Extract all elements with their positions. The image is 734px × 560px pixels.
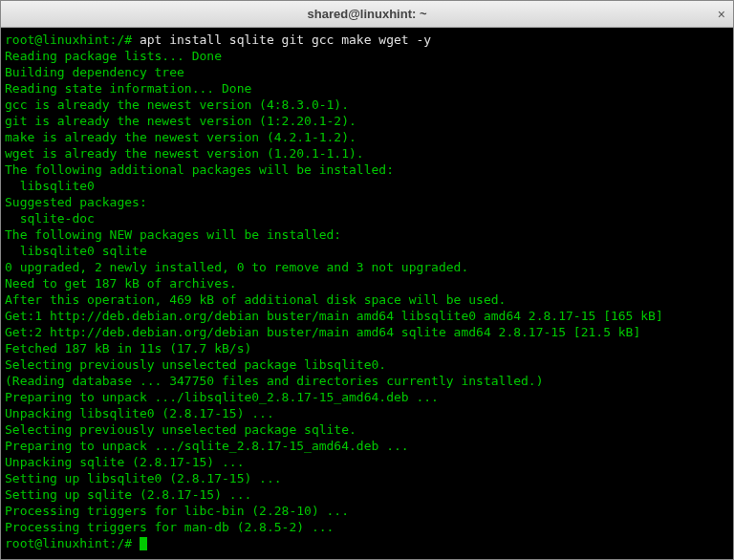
terminal-output-line: Selecting previously unselected package …: [5, 356, 729, 373]
terminal-output-line: Unpacking libsqlite0 (2.8.17-15) ...: [5, 405, 729, 421]
command-text: apt install sqlite git gcc make wget -y: [140, 32, 431, 47]
prompt-text: root@linuxhint:/#: [5, 32, 140, 47]
terminal-output-line: The following NEW packages will be insta…: [5, 226, 729, 243]
terminal-output-line: Processing triggers for man-db (2.8.5-2)…: [5, 519, 729, 535]
terminal-output-line: Get:1 http://deb.debian.org/debian buste…: [5, 308, 729, 324]
titlebar: shared@linuxhint: ~ ×: [1, 1, 733, 28]
terminal-output-line: Setting up libsqlite0 (2.8.17-15) ...: [5, 470, 729, 486]
cursor-icon: [140, 537, 147, 550]
terminal-output-line: The following additional packages will b…: [5, 162, 729, 178]
terminal-output-line: sqlite-doc: [5, 210, 729, 226]
terminal-output-line: Suggested packages:: [5, 194, 729, 210]
terminal-output-line: wget is already the newest version (1.20…: [5, 145, 729, 162]
terminal-output: Reading package lists... DoneBuilding de…: [5, 48, 729, 535]
close-icon[interactable]: ×: [718, 7, 725, 22]
terminal-output-line: Preparing to unpack .../sqlite_2.8.17-15…: [5, 438, 729, 454]
terminal-output-line: (Reading database ... 347750 files and d…: [5, 373, 729, 389]
terminal-window: shared@linuxhint: ~ × root@linuxhint:/# …: [0, 0, 734, 560]
terminal-output-line: libsqlite0 sqlite: [5, 243, 729, 259]
terminal-output-line: Selecting previously unselected package …: [5, 421, 729, 438]
window-title: shared@linuxhint: ~: [308, 7, 427, 21]
terminal-output-line: Fetched 187 kB in 11s (17.7 kB/s): [5, 340, 729, 356]
terminal-output-line: Preparing to unpack .../libsqlite0_2.8.1…: [5, 389, 729, 405]
terminal-output-line: Processing triggers for libc-bin (2.28-1…: [5, 503, 729, 519]
terminal-output-line: After this operation, 469 kB of addition…: [5, 291, 729, 308]
terminal-output-line: Get:2 http://deb.debian.org/debian buste…: [5, 324, 729, 340]
terminal-output-line: Reading package lists... Done: [5, 48, 729, 64]
terminal-prompt-line: root@linuxhint:/# apt install sqlite git…: [5, 32, 729, 48]
terminal-output-line: git is already the newest version (1:2.2…: [5, 113, 729, 129]
terminal-output-line: make is already the newest version (4.2.…: [5, 129, 729, 145]
terminal-output-line: Building dependency tree: [5, 64, 729, 80]
prompt-text: root@linuxhint:/#: [5, 536, 140, 550]
terminal-output-line: Reading state information... Done: [5, 80, 729, 97]
terminal-output-line: Need to get 187 kB of archives.: [5, 275, 729, 291]
terminal-output-line: Setting up sqlite (2.8.17-15) ...: [5, 486, 729, 503]
terminal-output-line: Unpacking sqlite (2.8.17-15) ...: [5, 454, 729, 470]
terminal-output-line: 0 upgraded, 2 newly installed, 0 to remo…: [5, 259, 729, 275]
terminal-body[interactable]: root@linuxhint:/# apt install sqlite git…: [1, 28, 733, 559]
terminal-output-line: libsqlite0: [5, 178, 729, 194]
terminal-prompt-line: root@linuxhint:/#: [5, 535, 729, 551]
terminal-output-line: gcc is already the newest version (4:8.3…: [5, 97, 729, 113]
